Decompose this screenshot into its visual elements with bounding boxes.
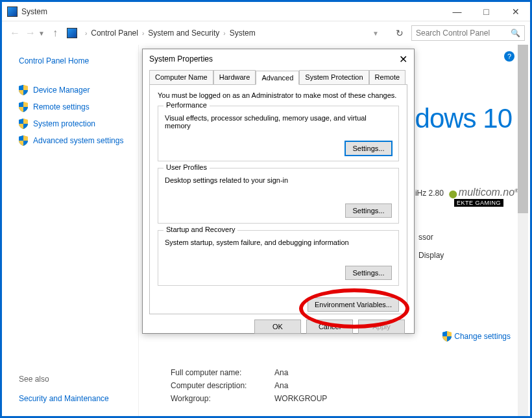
tab-hardware[interactable]: Hardware xyxy=(213,70,256,84)
group-description: Desktop settings related to your sign-in xyxy=(165,176,392,184)
spec-label: Workgroup: xyxy=(171,394,274,403)
chevron-right-icon[interactable]: › xyxy=(142,30,144,37)
group-description: System startup, system failure, and debu… xyxy=(165,238,392,246)
sidebar: Control Panel Home Device Manager Remote… xyxy=(2,45,138,416)
sidebar-remote-settings[interactable]: Remote settings xyxy=(19,102,138,112)
nav-up-icon[interactable]: ↑ xyxy=(47,27,63,39)
multicom-logo: iHz 2.80●multicom.no® EKTE GAMING xyxy=(415,187,518,207)
sidebar-item-label: Device Manager xyxy=(33,86,90,95)
user-profiles-settings-button[interactable]: Settings... xyxy=(345,203,392,218)
sidebar-item-label: Remote settings xyxy=(33,102,90,111)
startup-recovery-group: Startup and Recovery System startup, sys… xyxy=(158,230,399,286)
performance-group: Performance Visual effects, processor sc… xyxy=(158,106,399,161)
window-close-button[interactable]: ✕ xyxy=(501,2,530,21)
group-legend: User Profiles xyxy=(163,163,210,171)
spec-value: Ana xyxy=(274,381,288,390)
ok-button[interactable]: OK xyxy=(254,319,301,334)
group-legend: Performance xyxy=(163,101,210,109)
shield-icon xyxy=(19,85,28,95)
change-settings-label: Change settings xyxy=(454,332,511,341)
spec-value: WORKGROUP xyxy=(274,394,327,403)
titlebar: System ― □ ✕ xyxy=(2,2,530,21)
tab-advanced[interactable]: Advanced xyxy=(256,71,299,85)
shield-icon xyxy=(19,102,28,112)
computer-info: Full computer name:Ana Computer descript… xyxy=(171,368,327,407)
cpu-ghz: iHz 2.80 xyxy=(415,189,444,198)
dialog-close-button[interactable]: ✕ xyxy=(399,53,407,65)
nav-back-icon[interactable]: ← xyxy=(7,27,23,39)
dialog-title: System Properties xyxy=(149,54,213,64)
info-grid: ssor Display xyxy=(418,233,444,269)
nav-history-dropdown-icon[interactable]: ▼ xyxy=(38,30,45,37)
startup-recovery-settings-button[interactable]: Settings... xyxy=(345,266,392,280)
sidebar-device-manager[interactable]: Device Manager xyxy=(19,85,138,95)
performance-settings-button[interactable]: Settings... xyxy=(345,141,392,156)
search-placeholder: Search Control Panel xyxy=(416,29,490,38)
crumb-control-panel[interactable]: Control Panel xyxy=(91,29,138,38)
info-label: ssor xyxy=(418,233,444,242)
group-legend: Startup and Recovery xyxy=(163,226,237,233)
env-row: Environment Variables... xyxy=(158,286,399,314)
info-label: Display xyxy=(418,251,444,260)
tab-computer-name[interactable]: Computer Name xyxy=(149,70,213,84)
navbar: ← → ▼ ↑ › Control Panel › System and Sec… xyxy=(2,21,530,45)
dialog-footer: OK Cancel Apply xyxy=(143,314,414,339)
tab-strip: Computer Name Hardware Advanced System P… xyxy=(149,70,407,84)
spec-value: Ana xyxy=(274,368,288,377)
tab-remote[interactable]: Remote xyxy=(369,70,406,84)
crumb-system[interactable]: System xyxy=(230,29,256,38)
tab-body: You must be logged on as an Administrato… xyxy=(149,84,407,314)
help-icon[interactable]: ? xyxy=(504,51,514,62)
minimize-button[interactable]: ― xyxy=(442,2,472,21)
tab-system-protection[interactable]: System Protection xyxy=(299,70,369,84)
change-settings-link[interactable]: Change settings xyxy=(442,331,511,342)
shield-icon xyxy=(442,331,452,342)
chevron-right-icon[interactable]: › xyxy=(85,30,87,37)
nav-forward-icon[interactable]: → xyxy=(23,27,38,39)
windows-10-brand: dows 10 xyxy=(415,103,512,134)
admin-note: You must be logged on as an Administrato… xyxy=(158,91,399,99)
sidebar-item-label: System protection xyxy=(33,119,95,128)
search-icon: 🔍 xyxy=(511,29,520,38)
apply-button[interactable]: Apply xyxy=(358,319,405,334)
spec-label: Computer description: xyxy=(171,381,274,390)
location-icon xyxy=(67,28,77,38)
dialog-titlebar: System Properties ✕ xyxy=(143,49,414,69)
sidebar-system-protection[interactable]: System protection xyxy=(19,119,138,129)
sidebar-advanced-settings[interactable]: Advanced system settings xyxy=(19,135,138,146)
crumb-system-security[interactable]: System and Security xyxy=(148,29,219,38)
sidebar-item-label: Advanced system settings xyxy=(33,136,123,145)
search-input[interactable]: Search Control Panel 🔍 xyxy=(411,25,525,41)
see-also-label: See also xyxy=(19,375,49,384)
scrollbar-thumb[interactable] xyxy=(518,45,528,213)
see-also-security-maintenance[interactable]: Security and Maintenance xyxy=(19,394,109,403)
control-panel-home-link[interactable]: Control Panel Home xyxy=(19,56,138,65)
environment-variables-button[interactable]: Environment Variables... xyxy=(308,297,399,312)
system-properties-dialog: System Properties ✕ Computer Name Hardwa… xyxy=(142,49,415,334)
refresh-icon[interactable]: ↻ xyxy=(396,28,404,38)
system-app-icon xyxy=(7,6,18,17)
location-dropdown-icon[interactable]: ▼ xyxy=(372,30,379,37)
shield-icon xyxy=(19,119,28,129)
spec-label: Full computer name: xyxy=(171,368,274,377)
cancel-button[interactable]: Cancel xyxy=(306,319,353,334)
chevron-right-icon[interactable]: › xyxy=(223,30,225,37)
window-title: System xyxy=(21,7,442,16)
user-profiles-group: User Profiles Desktop settings related t… xyxy=(158,168,399,224)
shield-icon xyxy=(19,135,28,146)
maximize-button[interactable]: □ xyxy=(472,2,501,21)
group-description: Visual effects, processor scheduling, me… xyxy=(165,114,392,130)
